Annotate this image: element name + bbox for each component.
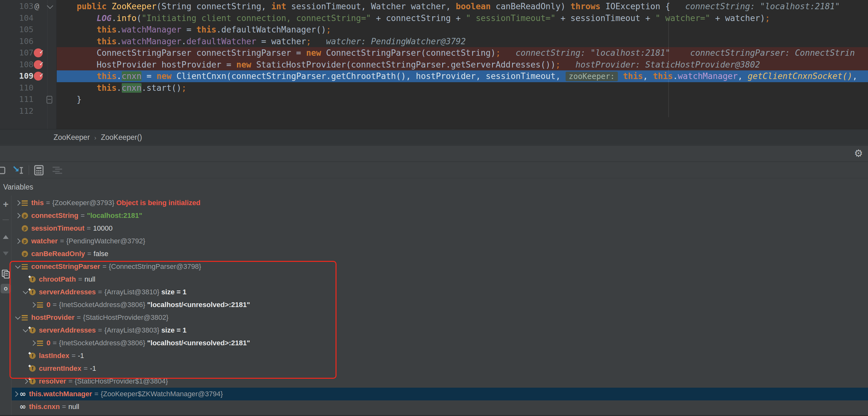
code-line[interactable]: 111 } <box>0 94 868 105</box>
variable-value: null <box>68 403 79 411</box>
variable-row[interactable]: psessionTimeout=10000 <box>12 222 868 235</box>
variable-value: "localhost:2181" <box>87 212 143 220</box>
variable-row[interactable]: 0={InetSocketAddress@3806} "localhost/<u… <box>12 298 868 311</box>
jump-to-cursor-icon[interactable] <box>12 164 24 176</box>
variable-name: 0 <box>46 339 50 347</box>
evaluate-expression-icon[interactable] <box>33 164 44 176</box>
variable-row[interactable]: fcurrentIndex=-1 <box>12 362 868 375</box>
variable-row[interactable]: ∞this.watchManager={ZooKeeper$ZKWatchMan… <box>12 388 868 401</box>
equals-sign: = <box>98 288 102 296</box>
variable-row[interactable]: pcanBeReadOnly=false <box>12 248 868 260</box>
variable-row[interactable]: fchrootPath=null <box>12 273 868 286</box>
code-editor[interactable]: 103@ public ZooKeeper(String connectStri… <box>0 0 868 129</box>
watch-icon: ∞ <box>20 404 29 410</box>
toolbar-separator <box>29 165 29 175</box>
equals-sign: = <box>87 224 91 232</box>
chevron-slot <box>14 214 22 218</box>
variable-row[interactable]: 0={InetSocketAddress@3806} "localhost/<u… <box>12 337 868 349</box>
view-options-icon[interactable] <box>51 165 64 175</box>
equals-sign: = <box>94 390 98 398</box>
equals-sign: = <box>77 314 81 322</box>
triangle-up-icon[interactable] <box>0 233 11 241</box>
variable-row[interactable]: pwatcher={PendingWatcher@3792} <box>12 235 868 248</box>
chevron-right-icon[interactable] <box>31 302 36 308</box>
object-icon <box>22 200 31 206</box>
variable-row[interactable]: pconnectString="localhost:2181" <box>12 209 868 222</box>
code-text: public ZooKeeper(String connectString, i… <box>0 1 868 12</box>
triangle-down-icon[interactable] <box>0 250 11 257</box>
code-line[interactable]: 107 ConnectStringParser connectStringPar… <box>0 47 868 59</box>
variable-name: connectStringParser <box>31 262 100 271</box>
strip-separator <box>0 219 11 221</box>
variable-row[interactable]: ∞this.cnxn=null <box>12 401 868 413</box>
chevron-slot <box>29 341 37 345</box>
chevron-right-icon[interactable] <box>15 213 21 219</box>
chevron-right-icon[interactable] <box>15 238 21 244</box>
variable-row[interactable]: fserverAddresses={ArrayList@3803} size =… <box>12 324 868 337</box>
chevron-right-icon[interactable] <box>31 341 36 346</box>
variable-name: this <box>31 199 44 207</box>
code-text: this.cnxn.start(); <box>0 82 868 94</box>
watch-o-icon[interactable]: o <box>0 284 11 293</box>
variable-value: 10000 <box>93 224 113 232</box>
variable-name: this.cnxn <box>29 403 60 411</box>
gutter-line-number: 112 <box>0 105 33 117</box>
code-line[interactable]: 105 this.watchManager = this.defaultWatc… <box>0 24 868 36</box>
variable-name: watcher <box>31 237 58 245</box>
add-watch-icon[interactable]: + <box>0 199 11 209</box>
code-line[interactable]: 108 HostProvider hostProvider = new Stat… <box>0 59 868 71</box>
chevron-right-icon[interactable] <box>13 391 19 397</box>
variable-row[interactable]: fserverAddresses={ArrayList@3810} size =… <box>12 286 868 298</box>
variable-row[interactable]: fresolver={StaticHostProvider$1@3804} <box>12 375 868 388</box>
code-line[interactable]: 103@ public ZooKeeper(String connectStri… <box>0 1 868 12</box>
code-line[interactable]: 110 this.cnxn.start(); <box>0 82 868 94</box>
chevron-down-icon[interactable] <box>15 314 21 320</box>
code-line[interactable]: 109 this.cnxn = new ClientCnxn(connectSt… <box>0 70 868 82</box>
variable-row[interactable]: connectStringParser={ConnectStringParser… <box>12 260 868 273</box>
variable-value: -1 <box>78 352 84 360</box>
code-line[interactable]: 112 <box>0 105 868 117</box>
debug-panel-header: ⚙ <box>0 146 868 162</box>
chevron-right-icon[interactable] <box>15 200 21 206</box>
variable-name: serverAddresses <box>39 326 96 334</box>
code-text: LOG.info("Initiating client connection, … <box>0 12 868 24</box>
chevron-down-icon[interactable] <box>23 289 28 294</box>
equals-sign: = <box>46 199 50 207</box>
variable-name: hostProvider <box>31 314 74 322</box>
variables-tree: this={ZooKeeper@3793} Object is being in… <box>12 196 868 413</box>
equals-sign: = <box>81 212 85 220</box>
breadcrumb-class[interactable]: ZooKeeper <box>54 133 90 141</box>
variable-value: {ArrayList@3810} <box>104 288 161 296</box>
code-text: HostProvider hostProvider = new StaticHo… <box>0 59 868 71</box>
variable-value: "localhost/<unresolved>:2181" <box>147 339 250 347</box>
chevron-slot <box>29 303 37 307</box>
code-text: this.watchManager.defaultWatcher = watch… <box>0 36 868 47</box>
settings-gear-icon[interactable]: ⚙ <box>854 148 863 159</box>
equals-sign: = <box>53 301 57 309</box>
copy-stack-icon[interactable] <box>0 269 11 279</box>
variable-row[interactable]: hostProvider={StaticHostProvider@3802} <box>12 311 868 324</box>
field-icon: f <box>29 276 39 283</box>
code-line[interactable]: 106 this.watchManager.defaultWatcher = w… <box>0 36 868 47</box>
watch-icon: ∞ <box>20 391 29 397</box>
variable-row[interactable]: this={ZooKeeper@3793} Object is being in… <box>12 196 868 209</box>
equals-sign: = <box>60 237 64 245</box>
restore-layout-icon[interactable] <box>0 165 6 175</box>
variable-value: size = 1 <box>161 326 186 334</box>
chevron-down-icon[interactable] <box>23 327 28 332</box>
field-icon: f <box>29 327 39 333</box>
variables-side-toolbar: + o <box>0 196 11 416</box>
code-lines: 103@ public ZooKeeper(String connectStri… <box>0 1 868 117</box>
chevron-right-icon[interactable] <box>23 379 28 384</box>
variable-name: 0 <box>46 301 50 309</box>
chevron-down-icon[interactable] <box>15 263 21 269</box>
variable-row[interactable]: flastIndex=-1 <box>12 349 868 362</box>
chevron-slot <box>14 201 22 205</box>
variables-area: + o this={ZooKeeper@3793} Object is bein… <box>0 196 868 416</box>
breadcrumb-method[interactable]: ZooKeeper() <box>101 133 142 141</box>
debug-toolbar <box>0 162 868 179</box>
code-line[interactable]: 104 LOG.info("Initiating client connecti… <box>0 12 868 24</box>
equals-sign: = <box>62 403 66 411</box>
equals-sign: = <box>68 377 73 385</box>
variable-name: lastIndex <box>39 352 69 360</box>
